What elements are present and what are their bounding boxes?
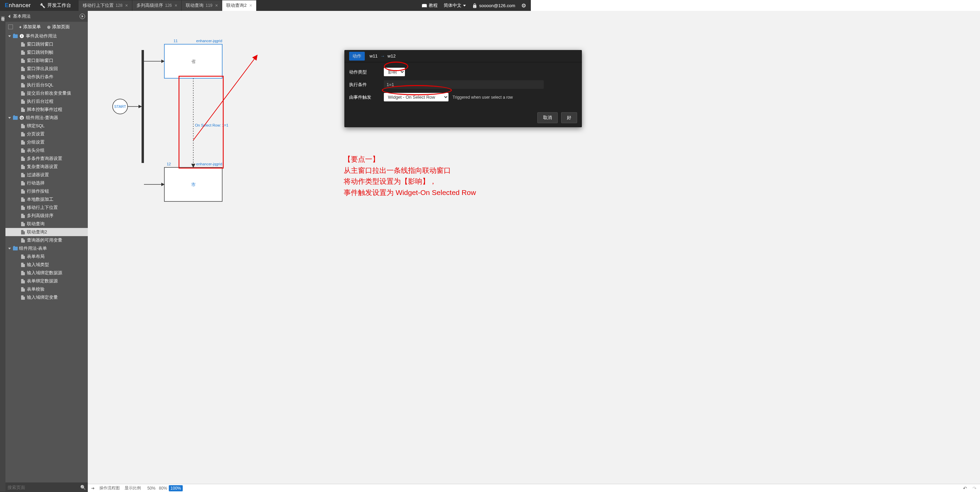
folder-icon: [13, 34, 18, 38]
lock-icon: [472, 3, 477, 8]
condition-input[interactable]: 1=1: [384, 80, 531, 89]
tree-item[interactable]: 多条件查询器设置: [5, 154, 88, 162]
svg-rect-2: [142, 50, 144, 163]
close-icon[interactable]: ×: [215, 3, 218, 8]
event-trigger-select[interactable]: Widget - On Select Row: [384, 93, 449, 101]
condition-label: 执行条件: [349, 82, 380, 88]
tree-item[interactable]: 执行后台过程: [5, 97, 88, 105]
file-icon: [21, 156, 25, 161]
event-description: Triggered when user select a row: [453, 95, 513, 100]
svg-text:省: 省: [191, 59, 196, 64]
dialog-badge: 动作: [349, 52, 365, 61]
file-icon: [21, 189, 25, 194]
chevron-down-icon: [8, 117, 11, 119]
sidebar-header: 基本用法: [5, 11, 88, 22]
file-icon: [21, 205, 25, 210]
expand-icon[interactable]: [8, 24, 13, 29]
file-icon: [21, 263, 25, 267]
add-page-button[interactable]: 添加页面: [47, 24, 70, 30]
tree-item[interactable]: 行操作按钮: [5, 187, 88, 195]
tree-item[interactable]: 本地数据加工: [5, 195, 88, 204]
file-icon: [21, 140, 25, 145]
tree-folder[interactable]: 组件用法-表单: [5, 244, 88, 252]
tab[interactable]: 多列高级排序126×: [132, 0, 182, 11]
tree-folder[interactable]: i事件及动作用法: [5, 32, 88, 40]
tree-item[interactable]: 动作执行条件: [5, 73, 88, 81]
sidebar-actions: 添加菜单 添加页面: [5, 22, 88, 32]
add-menu-button[interactable]: 添加菜单: [19, 24, 41, 30]
settings-icon[interactable]: [521, 2, 526, 9]
tree-item[interactable]: 过滤器设置: [5, 171, 88, 179]
dialog-path: w11→w12: [369, 53, 396, 59]
sidebar: 页面管理 组件包管理 基础配置 基本用法 添加菜单 添加页面 i事件及动作用法窗…: [0, 11, 88, 266]
tree-item[interactable]: 执行后台SQL: [5, 81, 88, 89]
tree-item[interactable]: 复杂查询器设置: [5, 162, 88, 171]
folder-icon: [13, 247, 18, 250]
tree-item[interactable]: 多列高级排序: [5, 212, 88, 220]
workbench-link[interactable]: 开发工作台: [36, 2, 75, 8]
tree-item[interactable]: 行动选择: [5, 179, 88, 187]
play-icon[interactable]: [80, 14, 85, 19]
user-menu[interactable]: soooon@126.com: [472, 3, 515, 8]
circle-plus-icon: [47, 24, 51, 30]
vertical-tabs[interactable]: 页面管理 组件包管理 基础配置: [0, 11, 5, 266]
action-type-label: 动作类型: [349, 69, 380, 75]
svg-text:12: 12: [167, 162, 171, 166]
file-icon: [21, 99, 25, 104]
tab[interactable]: 移动行上下位置128×: [79, 0, 132, 11]
wrench-icon: [40, 3, 45, 8]
file-icon: [21, 124, 25, 128]
tree-item[interactable]: 查询器的可用变量: [5, 236, 88, 244]
file-icon: [21, 108, 25, 112]
file-icon: [21, 75, 25, 79]
close-icon[interactable]: ×: [250, 3, 252, 8]
file-icon: [21, 148, 25, 153]
tree-item[interactable]: 提交后台前改变变量值: [5, 89, 88, 97]
file-icon: [21, 255, 25, 259]
chevron-down-icon: [463, 5, 466, 6]
tree-item[interactable]: 窗口跳转窗口: [5, 40, 88, 48]
close-icon[interactable]: ×: [175, 3, 177, 8]
tab[interactable]: 联动查询119×: [182, 0, 222, 11]
book-icon: [422, 3, 427, 8]
svg-text:11: 11: [173, 39, 178, 43]
svg-text:enhancer-jqgrid: enhancer-jqgrid: [196, 39, 222, 43]
action-type-select[interactable]: 影响: [384, 68, 405, 76]
tree-item[interactable]: 窗口影响窗口: [5, 56, 88, 65]
tree-item[interactable]: 输入域类型: [5, 261, 88, 266]
file-icon: [21, 67, 25, 71]
tab[interactable]: 联动查询2×: [222, 0, 256, 11]
file-icon: [21, 50, 25, 55]
tree-item[interactable]: 移动行上下位置: [5, 204, 88, 212]
sidebar-title: 基本用法: [13, 13, 30, 19]
tree-item[interactable]: 窗口跳转到帧: [5, 48, 88, 56]
top-bar: Enhancer 开发工作台 移动行上下位置128×多列高级排序126×联动查询…: [0, 0, 531, 11]
svg-text:enhancer-jqgrid: enhancer-jqgrid: [196, 162, 222, 166]
tree-item[interactable]: 联动查询2: [5, 228, 88, 236]
file-icon: [21, 173, 25, 177]
close-icon[interactable]: ×: [125, 3, 128, 8]
tree-item[interactable]: 绑定SQL: [5, 122, 88, 130]
svg-text:START: START: [114, 105, 126, 108]
tree-item[interactable]: 分页设置: [5, 130, 88, 138]
chevron-left-icon[interactable]: [8, 14, 10, 18]
tree-item[interactable]: 窗口弹出及按回: [5, 65, 88, 73]
canvas[interactable]: START 11 enhancer-jqgrid 省 12 enhancer-j…: [88, 11, 531, 266]
tutorial-link[interactable]: 教程: [422, 2, 438, 8]
tabs: 移动行上下位置128×多列高级排序126×联动查询119×联动查询2×: [79, 0, 256, 11]
tree-folder[interactable]: Q组件用法-查询器: [5, 114, 88, 122]
tree-item[interactable]: 脚本控制事件过程: [5, 105, 88, 114]
file-icon: [21, 132, 25, 137]
tree-item[interactable]: 分组设置: [5, 138, 88, 146]
svg-rect-14: [179, 76, 223, 168]
tree-item[interactable]: 表单布局: [5, 252, 88, 261]
action-dialog: 动作 w11→w12 动作类型 影响 执行条件 1=1 由事件触发 Widget…: [344, 50, 531, 127]
tree-item[interactable]: 表头分组: [5, 146, 88, 154]
logo: Enhancer: [0, 2, 36, 9]
tree-item[interactable]: 联动查询: [5, 220, 88, 228]
file-icon: [21, 83, 25, 88]
event-trigger-label: 由事件触发: [349, 94, 380, 100]
folder-icon: [13, 116, 18, 120]
language-dropdown[interactable]: 简体中文: [444, 2, 466, 8]
file-icon: [21, 181, 25, 185]
